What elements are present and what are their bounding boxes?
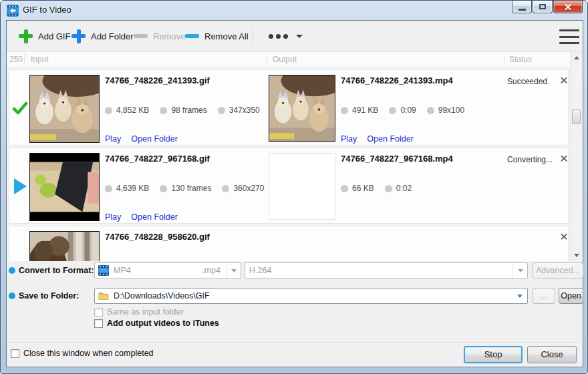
bullet-icon (218, 107, 225, 114)
row3-input-cell: 74766_748228_958620.gif (105, 232, 305, 261)
format-dropdown-arrow (226, 263, 241, 278)
add-gif-button[interactable]: Add GIF (19, 21, 70, 51)
scrollbar-thumb[interactable] (572, 110, 581, 124)
format-select: MP4 .mp4 (94, 262, 241, 278)
convert-to-format-label: Convert to Format: (19, 266, 94, 275)
row1-remove-button[interactable] (556, 72, 570, 88)
row3-input-filename: 74766_748228_958620.gif (105, 232, 305, 242)
folder-dropdown-arrow[interactable] (512, 289, 527, 303)
toolbar: Add GIF Add Folder Remove Remove All (7, 21, 583, 51)
column-header-output[interactable]: Output (273, 55, 297, 64)
remove-all-button[interactable]: Remove All (185, 21, 249, 51)
bullet-icon (341, 185, 348, 192)
more-dots-icon (269, 34, 288, 39)
row2-remove-button[interactable] (556, 150, 570, 166)
codec-name: H.264 (245, 266, 271, 275)
output-folder-select[interactable]: D:\Downloads\Videos\GIF (94, 288, 528, 304)
window-title: GIF to Video (23, 1, 71, 20)
convert-bullet-icon (9, 267, 15, 274)
bullet-icon (105, 185, 112, 192)
close-when-completed-checkbox[interactable] (11, 349, 19, 358)
table-row-2: 74766_748227_967168.gif 4,639 KB 130 fra… (9, 148, 569, 224)
scroll-down-button[interactable] (571, 250, 582, 261)
close-when-completed-label: Close this window when completed (23, 349, 154, 358)
window-controls: ✕ (511, 1, 583, 13)
column-header-input[interactable]: Input (31, 55, 49, 64)
close-window-button[interactable]: ✕ (553, 1, 583, 13)
add-folder-button[interactable]: Add Folder (71, 21, 134, 51)
bullet-icon (427, 107, 434, 114)
folder-icon (98, 291, 109, 301)
maximize-icon (539, 4, 546, 9)
row1-input-frames: 98 frames (171, 106, 206, 115)
row3-remove-button[interactable] (556, 228, 570, 244)
menu-button[interactable] (556, 29, 583, 45)
remove-label: Remove (153, 31, 185, 41)
add-gif-plus-icon (19, 29, 33, 43)
row1-input-filename: 74766_748226_241393.gif (105, 75, 265, 85)
table-row-3: 74766_748228_958620.gif (9, 226, 569, 261)
remove-all-label: Remove All (204, 31, 249, 41)
app-window: GIF to Video ✕ Add GIF Add Folder Remove… (0, 0, 588, 374)
row2-input-dimensions: 360x270 (233, 184, 264, 193)
row1-output-duration: 0:09 (400, 106, 416, 115)
bullet-icon (160, 107, 167, 114)
column-header-status[interactable]: Status (509, 55, 532, 64)
same-as-input-checkline: Same as input folder (94, 307, 184, 317)
bullet-icon (160, 185, 167, 192)
add-to-itunes-checkbox[interactable] (94, 319, 103, 328)
app-icon (7, 5, 19, 17)
advanced-button: Advanced... (533, 262, 583, 278)
row2-status: Converting... (507, 155, 553, 164)
row2-input-open-folder-link[interactable]: Open Folder (131, 212, 177, 222)
bullet-icon (341, 107, 348, 114)
column-header-count[interactable]: 250 (9, 55, 23, 64)
row3-input-thumbnail (29, 231, 100, 261)
close-button[interactable]: Close (527, 346, 577, 363)
film-icon (98, 265, 109, 276)
row1-output-open-folder-link[interactable]: Open Folder (367, 134, 413, 144)
row1-output-size: 491 KB (352, 106, 378, 115)
row2-input-frames: 130 frames (171, 184, 211, 193)
same-as-input-label: Same as input folder (107, 307, 184, 317)
minimize-button[interactable] (512, 1, 532, 13)
row1-input-dimensions: 347x350 (229, 106, 260, 115)
chevron-down-icon (518, 269, 523, 272)
format-name: MP4 (109, 266, 131, 275)
list-header: 250 Input Output Status (7, 52, 570, 67)
footer: Close this window when completed Stop Cl… (7, 343, 583, 367)
open-folder-button[interactable]: Open (559, 288, 583, 304)
row1-input-meta: 4,852 KB 98 frames 347x350 (105, 106, 260, 115)
save-to-folder-label: Save to Folder: (19, 291, 79, 301)
row1-input-cell: 74766_748226_241393.gif 4,852 KB 98 fram… (105, 75, 265, 142)
codec-dropdown-arrow (512, 263, 527, 278)
chevron-down-icon (231, 269, 237, 272)
titlebar[interactable]: GIF to Video ✕ (1, 1, 588, 20)
row1-status-check-icon (11, 70, 29, 146)
add-folder-plus-icon (71, 29, 86, 43)
minimize-icon (519, 9, 526, 11)
output-folder-path: D:\Downloads\Videos\GIF (109, 291, 210, 301)
add-to-itunes-label: Add output videos to iTunes (107, 319, 219, 328)
row2-status-play-icon (11, 148, 29, 224)
row2-output-cell: 74766_748227_967168.mp4 66 KB 0:02 (341, 154, 501, 220)
row1-input-open-folder-link[interactable]: Open Folder (131, 134, 177, 144)
row1-input-play-link[interactable]: Play (105, 134, 121, 144)
remove-button: Remove (134, 21, 185, 51)
bullet-icon (389, 107, 396, 114)
stop-button[interactable]: Stop (464, 346, 523, 363)
browse-folder-button: ... (533, 288, 555, 304)
conversion-list: 74766_748226_241393.gif 4,852 KB 98 fram… (7, 67, 570, 261)
row1-output-filename: 74766_748226_241393.mp4 (341, 75, 501, 85)
add-gif-label: Add GIF (38, 31, 70, 41)
row2-output-meta: 66 KB 0:02 (341, 184, 412, 193)
maximize-button[interactable] (533, 1, 553, 13)
list-scrollbar[interactable] (570, 52, 581, 261)
more-options-button[interactable] (269, 21, 303, 51)
row1-output-play-link[interactable]: Play (341, 134, 357, 144)
chevron-down-icon (517, 295, 523, 298)
row2-input-play-link[interactable]: Play (105, 212, 121, 222)
scroll-up-button[interactable] (571, 52, 582, 63)
triangle-down-icon (574, 254, 579, 257)
close-when-completed-checkline: Close this window when completed (11, 349, 154, 358)
